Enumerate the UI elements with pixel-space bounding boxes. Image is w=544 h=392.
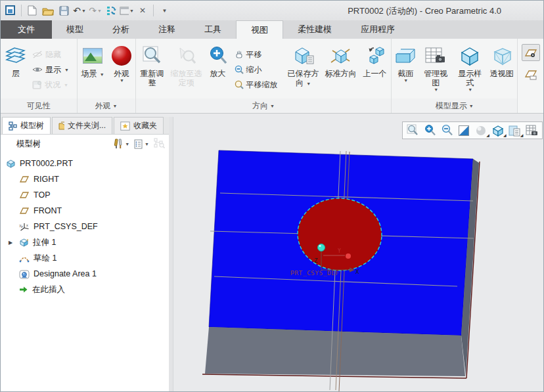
tab-flexible-modeling[interactable]: 柔性建模 — [283, 20, 346, 39]
tab-model-tree[interactable]: 模型树 — [2, 117, 51, 134]
tree-item-designate-area[interactable]: Designate Area 1 — [1, 266, 169, 282]
redo-dropdown-arrow[interactable]: ▼ — [97, 9, 102, 13]
layers-button[interactable]: 层 — [2, 41, 30, 98]
group-label-appearance[interactable]: 外观▼ — [78, 98, 135, 113]
gt-zoom-out-button[interactable] — [439, 123, 455, 138]
display-style-button[interactable]: 显示样式 ▼ — [453, 41, 486, 98]
gt-display-style-sphere-button[interactable]: ◢ — [473, 123, 489, 138]
new-file-button[interactable] — [25, 3, 39, 18]
tree-item-sketch[interactable]: 草绘 1 — [1, 250, 169, 266]
zoom-in-button[interactable]: 放大 — [206, 41, 231, 98]
gt-view-manager-button[interactable] — [524, 123, 539, 138]
tree-item-part[interactable]: PRT0002.PRT — [1, 156, 169, 171]
gt-orientations-dropdown-arrow[interactable]: ◢ — [503, 133, 507, 137]
window-manager-icon[interactable] — [3, 3, 18, 18]
tree-item-insert-here[interactable]: 在此插入 — [1, 282, 169, 297]
csys-origin-dot[interactable] — [318, 244, 325, 251]
expand-arrow-icon[interactable]: ▶ — [9, 240, 15, 246]
pan-button[interactable]: 平移 — [235, 48, 262, 61]
appearance-button[interactable]: 外观 ▼ — [110, 41, 134, 98]
status-button[interactable]: 状况 ▼ — [32, 78, 69, 91]
scene-dropdown-arrow[interactable]: ▼ — [100, 72, 104, 77]
manage-views-button[interactable]: 管理视图 ▼ — [419, 41, 452, 98]
sections-button[interactable]: 截面 ▼ — [393, 41, 418, 98]
insert-here-arrow-icon — [19, 286, 28, 294]
pan-zoom-button[interactable]: 平移缩放 — [235, 78, 278, 91]
customize-toolbar-dropdown[interactable]: ▼ — [157, 3, 171, 18]
tree-filter-button[interactable] — [154, 138, 165, 150]
tree-item-csys[interactable]: yxz PRT_CSYS_DEF — [1, 219, 169, 234]
tab-view[interactable]: 视图 — [236, 20, 283, 39]
display-style-dropdown-arrow[interactable]: ▼ — [468, 87, 472, 92]
csys-y-dot[interactable] — [346, 253, 351, 259]
tab-applications[interactable]: 应用程序 — [346, 20, 409, 39]
redo-button[interactable]: ↷▼ — [88, 3, 102, 18]
show-dropdown-arrow[interactable]: ▼ — [64, 68, 69, 72]
folder-browser-icon — [58, 121, 64, 130]
appearance-sphere-icon — [112, 43, 131, 69]
previous-view-button[interactable]: 上一个 — [361, 41, 390, 98]
tab-folder-browser[interactable]: 文件夹浏... — [52, 117, 112, 134]
tab-file[interactable]: 文件 — [1, 20, 52, 39]
appearance-dropdown-arrow[interactable]: ▼ — [120, 78, 124, 83]
gt-view-list-dropdown-arrow[interactable]: ◢ — [520, 133, 524, 137]
plane-tag-display-toggle[interactable] — [522, 66, 540, 83]
scene-button[interactable]: 场景 ▼ — [79, 41, 107, 98]
settings-list-icon — [134, 139, 143, 149]
group-label-orientation[interactable]: 方向▼ — [136, 98, 392, 113]
title-bar: ↶▼ ↷▼ ▼ ✕ ▼ PRT0002 (活动的) - Creo Paramet… — [1, 1, 543, 20]
zoom-to-selected-icon — [176, 43, 197, 69]
tab-analysis[interactable]: 分析 — [98, 20, 144, 39]
gt-refit-button[interactable] — [405, 123, 421, 138]
gt-view-list-button[interactable]: ◢ — [507, 123, 522, 138]
window-switch-button[interactable]: ▼ — [120, 3, 134, 18]
tree-item-top-plane[interactable]: TOP — [1, 187, 169, 203]
zoom-to-selected-button[interactable]: 缩放至选定项 — [169, 41, 204, 98]
model-scene: Z Y X PRT_CSYS_DEF — [173, 117, 544, 392]
refit-button[interactable]: 重新调整 — [137, 41, 168, 98]
tree-tools-dropdown-arrow[interactable]: ▼ — [125, 142, 129, 146]
panel-divider[interactable] — [169, 117, 173, 392]
manage-views-dropdown-arrow[interactable]: ▼ — [434, 87, 438, 92]
gt-sphere-dropdown-arrow[interactable]: ◢ — [486, 133, 489, 137]
tree-settings-button[interactable]: ▼ — [134, 139, 149, 149]
graphics-viewport[interactable]: Z Y X PRT_CSYS_DEF — [173, 117, 543, 392]
tab-model[interactable]: 模型 — [52, 20, 98, 39]
open-file-button[interactable] — [41, 3, 55, 18]
model-front-face[interactable] — [205, 327, 465, 376]
tree-settings-dropdown-arrow[interactable]: ▼ — [145, 142, 149, 146]
gt-saved-orientations-button[interactable]: ◢ — [490, 123, 506, 138]
undo-button[interactable]: ↶▼ — [72, 3, 87, 18]
group-label-model-display[interactable]: 模型显示▼ — [392, 98, 517, 113]
saved-orientations-button[interactable]: 已保存方向 ▼ — [286, 41, 321, 98]
tree-tools-button[interactable]: ▼ — [113, 139, 129, 149]
undo-dropdown-arrow[interactable]: ▼ — [81, 9, 86, 13]
save-button[interactable] — [57, 3, 71, 18]
perspective-icon — [491, 43, 513, 69]
model-tree: PRT0002.PRT RIGHT TOP FRONT yxz PRT_CSYS… — [1, 153, 169, 392]
regenerate-button[interactable] — [104, 3, 118, 18]
zoom-out-button[interactable]: 缩小 — [235, 63, 262, 76]
close-window-button[interactable]: ✕ — [135, 3, 150, 18]
model-tree-icon — [9, 121, 17, 131]
standard-orientation-button[interactable]: 标准方向 — [323, 41, 359, 98]
layers-icon — [5, 43, 27, 69]
datum-plane-display-toggle[interactable] — [522, 44, 540, 61]
tab-tools[interactable]: 工具 — [190, 20, 236, 39]
perspective-button[interactable]: 透视图 — [487, 41, 516, 98]
axis-x-label: X — [355, 269, 359, 275]
tree-item-front-plane[interactable]: FRONT — [1, 203, 169, 219]
standard-orientation-icon — [330, 43, 352, 69]
show-button[interactable]: 显示 ▼ — [32, 63, 69, 76]
gt-repaint-button[interactable] — [456, 123, 472, 138]
saved-orientations-dropdown-arrow[interactable]: ▼ — [306, 81, 311, 86]
window-switch-dropdown-arrow[interactable]: ▼ — [129, 9, 134, 13]
hide-button[interactable]: 隐藏 — [32, 48, 69, 61]
sections-dropdown-arrow[interactable]: ▼ — [403, 78, 408, 83]
scene-icon — [83, 43, 102, 69]
tab-favorites[interactable]: 收藏夹 — [114, 117, 164, 134]
tree-item-right-plane[interactable]: RIGHT — [1, 171, 169, 187]
tab-annotate[interactable]: 注释 — [144, 20, 190, 39]
tree-item-extrude[interactable]: ▶ 拉伸 1 — [1, 234, 169, 250]
gt-zoom-in-button[interactable] — [422, 123, 438, 138]
